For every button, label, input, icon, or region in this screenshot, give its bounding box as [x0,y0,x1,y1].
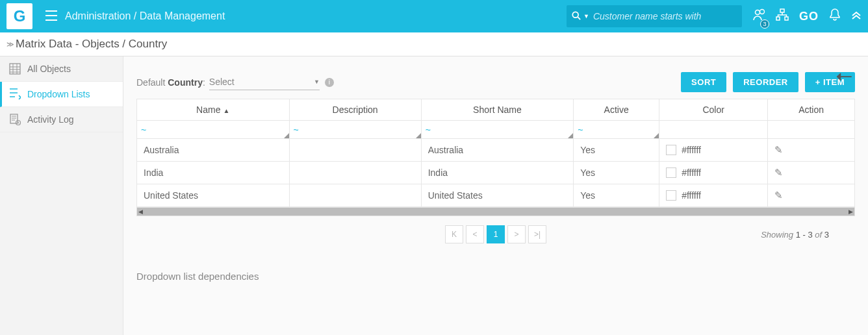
svg-rect-7 [10,64,20,74]
svg-point-3 [760,9,764,14]
cell-description [289,184,421,207]
col-name[interactable]: Name▲ [137,99,290,121]
color-swatch [666,145,676,155]
cell-name: India [137,162,290,184]
sidebar: All Objects Dropdown Lists Activity Log [0,56,123,335]
col-active[interactable]: Active [574,99,659,121]
list-icon [9,88,21,100]
page-last-button[interactable]: >| [528,225,546,243]
main-content: 🠐 Default Country: Select ▼ i SORT REORD… [123,56,868,335]
color-swatch [666,168,676,178]
cell-action: ✎ [768,184,855,207]
menu-icon[interactable] [45,8,57,25]
filter-description[interactable]: ~ [289,121,421,139]
page-prev-button[interactable]: < [466,225,484,243]
svg-point-0 [572,12,578,18]
reorder-button[interactable]: REORDER [733,72,798,92]
notification-badge: 3 [760,19,769,29]
filter-name[interactable]: ~ [137,121,290,139]
cell-short-name: Australia [421,139,574,162]
filter-action [768,121,855,139]
table-row: AustraliaAustraliaYes#ffffff✎ [137,139,855,162]
page-title: Matrix Data - Objects / Country [16,38,167,51]
chevron-down-icon: ▼ [314,79,320,85]
search-input[interactable] [593,11,737,21]
sort-button[interactable]: SORT [681,72,726,92]
grid-icon [9,63,21,75]
filter-color[interactable] [659,121,768,139]
horizontal-scrollbar[interactable]: ◀ ▶ [136,207,855,216]
svg-rect-4 [780,9,784,12]
cell-action: ✎ [768,162,855,184]
svg-rect-6 [785,17,788,20]
cell-active: Yes [574,184,659,207]
edit-icon[interactable]: ✎ [774,167,783,178]
search-box[interactable]: ▼ [567,5,742,27]
showing-text: Showing 1 - 3 of 3 [761,230,829,240]
top-icons: 3 GO [752,8,862,25]
filter-short-name[interactable]: ~ [421,121,574,139]
cell-short-name: India [421,162,574,184]
cell-color: #ffffff [659,139,768,162]
back-arrow-icon[interactable]: 🠐 [836,67,852,87]
pager: K < 1 > >| [445,225,546,243]
cell-description [289,139,421,162]
cell-description [289,162,421,184]
log-icon [9,114,21,125]
table-header-row: Name▲ Description Short Name Active Colo… [137,99,855,121]
select-placeholder: Select [209,77,235,87]
bell-icon[interactable] [829,8,841,25]
col-short-name[interactable]: Short Name [421,99,574,121]
cell-short-name: United States [421,184,574,207]
app-logo[interactable]: G [6,3,32,29]
page-title-row: ≫ Matrix Data - Objects / Country [0,32,868,56]
color-swatch [666,190,676,201]
topbar: G Administration / Data Management ▼ 3 G… [0,0,868,32]
scroll-right-icon[interactable]: ▶ [849,208,853,215]
default-country-label: Default Country: [136,77,205,88]
user-icon[interactable]: 3 [752,8,765,25]
expand-icon[interactable]: ≫ [6,40,14,49]
search-icon [572,11,581,22]
sidebar-item-activity-log[interactable]: Activity Log [0,107,123,132]
sidebar-item-label: All Objects [27,64,71,74]
pager-row: K < 1 > >| Showing 1 - 3 of 3 [136,216,855,253]
sort-asc-icon: ▲ [223,107,229,114]
collapse-up-icon[interactable] [851,10,862,23]
table-row: IndiaIndiaYes#ffffff✎ [137,162,855,184]
breadcrumb: Administration / Data Management [65,10,225,22]
search-dropdown-icon[interactable]: ▼ [583,13,589,19]
sidebar-item-dropdown-lists[interactable]: Dropdown Lists [0,82,123,107]
cell-action: ✎ [768,139,855,162]
page-current-button[interactable]: 1 [487,225,505,243]
info-icon[interactable]: i [325,78,334,87]
dependencies-title: Dropdown list dependencies [136,271,855,282]
go-button[interactable]: GO [799,10,819,23]
svg-rect-8 [10,114,18,123]
cell-color: #ffffff [659,162,768,184]
edit-icon[interactable]: ✎ [774,144,783,155]
page-next-button[interactable]: > [507,225,526,243]
org-icon[interactable] [776,8,789,25]
cell-active: Yes [574,139,659,162]
cell-name: United States [137,184,290,207]
col-action[interactable]: Action [768,99,855,121]
edit-icon[interactable]: ✎ [774,190,783,201]
data-table: Name▲ Description Short Name Active Colo… [136,99,855,207]
table-row: United StatesUnited StatesYes#ffffff✎ [137,184,855,207]
sidebar-item-label: Activity Log [27,114,74,125]
table-filter-row: ~ ~ ~ ~ [137,121,855,139]
svg-line-1 [578,17,580,19]
page-first-button[interactable]: K [445,225,463,243]
col-description[interactable]: Description [289,99,421,121]
filter-active[interactable]: ~ [574,121,659,139]
sidebar-item-label: Dropdown Lists [27,89,90,99]
scroll-left-icon[interactable]: ◀ [138,208,143,215]
sidebar-item-all-objects[interactable]: All Objects [0,56,123,82]
svg-point-2 [755,10,760,14]
col-color[interactable]: Color [659,99,768,121]
svg-rect-5 [776,17,780,20]
default-country-select[interactable]: Select ▼ [209,74,320,90]
cell-name: Australia [137,139,290,162]
cell-color: #ffffff [659,184,768,207]
